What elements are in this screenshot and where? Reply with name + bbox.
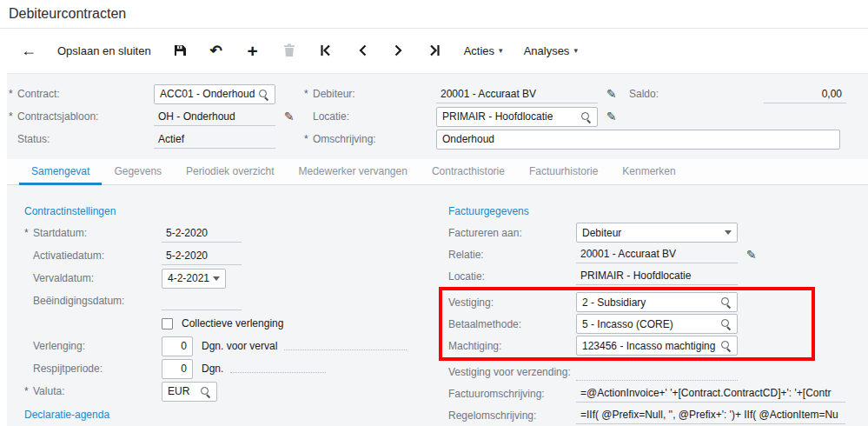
- status-label: Status:: [17, 133, 50, 145]
- last-record-button[interactable]: [417, 36, 454, 65]
- description-value: Onderhoud: [442, 133, 494, 145]
- debtor-value: 20001 - Accuraat BV: [441, 88, 536, 100]
- header-column-left: *Contract: ACC01 - Onderhoud *Contractsj…: [9, 83, 295, 150]
- contract-label: Contract:: [17, 88, 60, 100]
- location-field-row: Locatie: PRIMAIR - Hoofdlocatie ✎: [304, 105, 860, 128]
- search-icon[interactable]: [720, 318, 732, 329]
- expiry-date-row: Vervaldatum: 4-2-2021: [24, 267, 407, 290]
- description-field-row: *Omschrijving: Onderhoud: [304, 128, 860, 150]
- grace-period-input[interactable]: 0: [162, 359, 193, 379]
- edit-pencil-icon[interactable]: ✎: [284, 110, 295, 123]
- page-title: Debiteurcontracten: [0, 0, 868, 29]
- balance-label: Saldo:: [629, 88, 659, 100]
- contract-settings-title: Contractinstellingen: [24, 201, 407, 222]
- tab-factuurhistorie[interactable]: Factuurhistorie: [517, 159, 610, 185]
- invoice-location-label: Locatie:: [448, 270, 485, 283]
- bill-to-label: Factureren aan:: [448, 227, 522, 239]
- previous-record-button[interactable]: [344, 36, 381, 65]
- last-record-icon: [428, 44, 441, 57]
- required-marker: *: [24, 385, 33, 397]
- description-input[interactable]: Onderhoud: [436, 130, 840, 150]
- contract-lookup-input[interactable]: ACC01 - Onderhoud: [154, 84, 275, 104]
- search-icon[interactable]: [258, 89, 269, 100]
- expiry-date-dropdown[interactable]: 4-2-2021: [162, 269, 226, 289]
- collective-renewal-checkbox[interactable]: [162, 318, 173, 329]
- back-button[interactable]: ←: [10, 36, 47, 65]
- contract-template-input[interactable]: OH - Onderhoud: [154, 108, 275, 126]
- payment-method-lookup-input[interactable]: 5 - Incasso (CORE): [576, 314, 738, 334]
- renewal-label: Verlenging:: [33, 340, 85, 352]
- required-marker: *: [9, 110, 17, 123]
- tab-periodiek-overzicht[interactable]: Periodiek overzicht: [174, 159, 286, 185]
- renewal-input[interactable]: 0: [162, 336, 193, 356]
- search-icon[interactable]: [720, 340, 732, 351]
- contract-field-row: *Contract: ACC01 - Onderhoud: [9, 83, 295, 105]
- bill-to-dropdown[interactable]: Debiteur: [576, 223, 738, 243]
- status-value: Actief: [154, 130, 275, 149]
- undo-button[interactable]: ↶: [198, 36, 235, 65]
- chevron-down-icon: ▾: [499, 46, 503, 55]
- arrow-left-icon: ←: [21, 43, 36, 58]
- required-marker: *: [304, 133, 313, 145]
- search-icon[interactable]: [720, 296, 732, 308]
- edit-pencil-icon[interactable]: ✎: [606, 110, 617, 123]
- location-lookup-input[interactable]: PRIMAIR - Hoofdlocatie: [436, 107, 598, 127]
- grace-period-row: Respijtperiode: 0 Dgn.: [24, 357, 407, 380]
- first-record-button[interactable]: [308, 36, 344, 65]
- analyses-menu-label: Analyses: [524, 44, 570, 57]
- contract-settings-section: Contractinstellingen *Startdatum: 5-2-20…: [24, 201, 407, 425]
- start-date-label: Startdatum:: [33, 227, 87, 239]
- tab-kenmerken[interactable]: Kenmerken: [610, 159, 687, 185]
- mandate-row: Machtiging: 123456 - Incasso machtiging: [442, 335, 812, 356]
- delete-button: [271, 36, 308, 65]
- invoice-description-label: Factuuromschrijving:: [448, 388, 545, 400]
- chevron-down-icon[interactable]: [725, 230, 732, 235]
- currency-label: Valuta:: [33, 385, 64, 397]
- chevron-down-icon[interactable]: [213, 276, 220, 281]
- relation-input[interactable]: 20001 - Accuraat BV: [576, 245, 738, 263]
- balance-field-row: Saldo: 0,00: [629, 83, 846, 105]
- start-date-input[interactable]: 5-2-2020: [162, 224, 242, 243]
- next-record-button[interactable]: [381, 36, 417, 65]
- tab-gegevens[interactable]: Gegevens: [102, 159, 174, 185]
- analyses-menu-button[interactable]: Analyses ▾: [514, 36, 588, 65]
- invoice-description-input[interactable]: =@ActionInvoice+' '+[Contract.ContractCD…: [576, 384, 845, 403]
- line-description-row: Regelomschrijving: =IIf( @Prefix=Null, '…: [440, 404, 848, 426]
- tab-samengevat[interactable]: Samengevat: [19, 159, 102, 185]
- branch-lookup-input[interactable]: 2 - Subsidiary: [576, 292, 738, 312]
- contract-template-field-row: *Contractsjabloon: OH - Onderhoud ✎: [9, 105, 295, 128]
- required-marker: *: [9, 88, 17, 100]
- bill-to-row: Factureren aan: Debiteur: [440, 222, 848, 243]
- declaration-agenda-link[interactable]: Declaratie-agenda: [24, 404, 407, 425]
- end-date-row: Beëindigingsdatum:: [24, 290, 407, 312]
- activation-date-input[interactable]: 5-2-2020: [162, 247, 242, 265]
- grace-period-suffix: Dgn.: [202, 363, 223, 375]
- balance-value: 0,00: [764, 85, 846, 103]
- debtor-input[interactable]: 20001 - Accuraat BV: [436, 85, 598, 103]
- location-label: Locatie:: [313, 110, 349, 123]
- save-and-close-label: Opslaan en sluiten: [57, 44, 151, 57]
- description-label: Omschrijving:: [313, 133, 376, 145]
- line-description-input[interactable]: =IIf( @Prefix=Null, '', @Prefix+': ')+ I…: [576, 406, 845, 424]
- required-marker: *: [24, 227, 33, 239]
- search-icon[interactable]: [580, 111, 592, 123]
- relation-row: Relatie: 20001 - Accuraat BV ✎: [440, 243, 848, 265]
- mandate-lookup-input[interactable]: 123456 - Incasso machtiging: [576, 336, 738, 356]
- save-button[interactable]: [162, 36, 198, 65]
- save-icon: [173, 43, 187, 57]
- edit-pencil-icon[interactable]: ✎: [746, 249, 757, 261]
- tab-contracthistorie[interactable]: Contracthistorie: [420, 159, 517, 185]
- plus-icon: +: [248, 42, 258, 60]
- edit-pencil-icon[interactable]: ✎: [606, 88, 617, 100]
- actions-menu-button[interactable]: Acties ▾: [454, 36, 514, 65]
- search-icon[interactable]: [200, 386, 211, 397]
- invoice-description-row: Factuuromschrijving: =@ActionInvoice+' '…: [440, 383, 848, 404]
- currency-lookup-input[interactable]: EUR: [162, 382, 217, 402]
- add-record-button[interactable]: +: [235, 36, 271, 65]
- save-and-close-button[interactable]: Opslaan en sluiten: [47, 36, 162, 65]
- end-date-input[interactable]: [162, 292, 242, 310]
- tab-medewerker-vervangen[interactable]: Medewerker vervangen: [286, 159, 419, 185]
- shipping-branch-input[interactable]: [576, 363, 738, 381]
- activation-date-row: Activatiedatum: 5-2-2020: [24, 244, 407, 267]
- branch-label: Vestiging:: [448, 296, 494, 309]
